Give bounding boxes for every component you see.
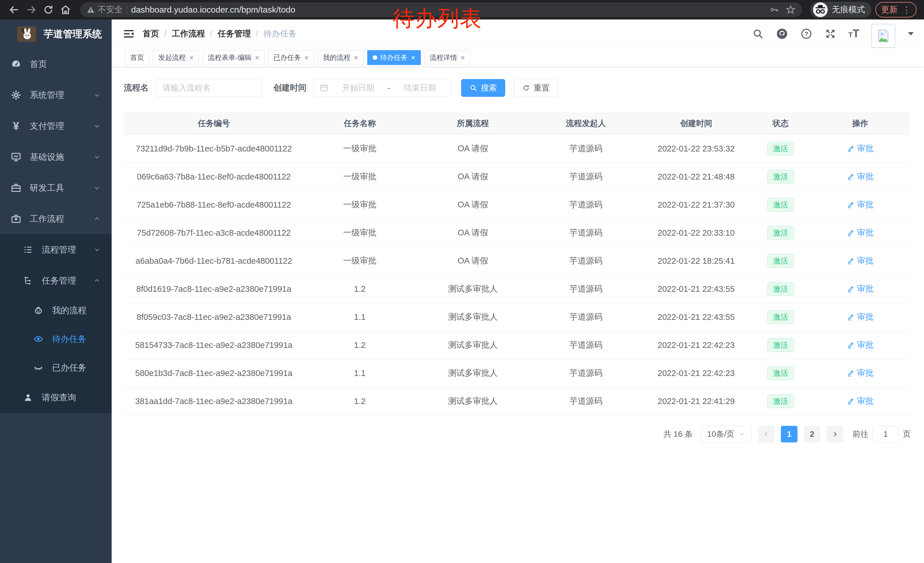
close-icon[interactable]: × — [460, 54, 465, 61]
cell-task-id: 8f0d1619-7ac8-11ec-a9e2-a2380e71991a — [124, 275, 304, 303]
approve-button[interactable]: 审批 — [847, 368, 874, 379]
process-name-field[interactable] — [155, 79, 262, 97]
approve-button[interactable]: 审批 — [847, 311, 874, 323]
process-name-label: 流程名 — [124, 82, 148, 94]
sidebar-item-workflow[interactable]: 工作流程 — [0, 203, 112, 234]
key-icon[interactable] — [770, 5, 779, 15]
page-size-select[interactable]: 10条/页 — [701, 426, 752, 443]
process-name-input[interactable] — [163, 83, 255, 93]
approve-button[interactable]: 审批 — [847, 199, 874, 210]
cell-process: OA 请假 — [416, 247, 530, 275]
help-icon[interactable]: ? — [800, 28, 812, 40]
avatar-dropdown-caret[interactable] — [908, 32, 914, 36]
col-task-name: 任务名称 — [304, 112, 416, 135]
app-logo-row[interactable]: 芋道管理系统 — [0, 20, 112, 49]
security-warning[interactable]: 不安全 — [87, 4, 123, 15]
pagination: 共 16 条 10条/页 1 2 前往 页 — [124, 426, 911, 443]
breadcrumb-task-management[interactable]: 任务管理 — [218, 28, 251, 39]
close-icon[interactable]: × — [411, 54, 416, 61]
tab-my-process[interactable]: 我的流程× — [318, 50, 364, 65]
bookmark-star-icon[interactable] — [786, 5, 796, 15]
sidebar-item-done-tasks[interactable]: 已办任务 — [0, 353, 112, 382]
update-label[interactable]: 更新 — [881, 4, 898, 15]
search-button[interactable]: 搜索 — [461, 79, 505, 97]
browser-menu-icon[interactable]: ⋮ — [902, 5, 911, 15]
browser-forward-icon[interactable] — [25, 3, 38, 17]
status-badge: 激活 — [767, 282, 794, 296]
breadcrumb-home[interactable]: 首页 — [142, 28, 159, 39]
search-icon[interactable] — [752, 28, 764, 39]
chevron-down-icon — [93, 153, 101, 161]
sidebar-item-payment-management[interactable]: ¥ 支付管理 — [0, 111, 112, 141]
tab-process-form-edit[interactable]: 流程表单-编辑× — [202, 50, 264, 65]
breadcrumb-separator: / — [210, 29, 212, 38]
approve-button[interactable]: 审批 — [847, 227, 874, 239]
close-icon[interactable]: × — [189, 54, 194, 61]
goto-page-input[interactable] — [873, 426, 899, 443]
sidebar-item-system-management[interactable]: 系统管理 — [0, 80, 112, 111]
eye-closed-icon — [33, 363, 44, 373]
sidebar-item-my-process[interactable]: 我的流程 — [0, 296, 112, 325]
sidebar-item-todo-tasks[interactable]: 待办任务 — [0, 325, 112, 353]
tab-home[interactable]: 首页 — [125, 50, 149, 65]
sidebar-item-process-management[interactable]: 流程管理 — [0, 234, 112, 265]
browser-reload-icon[interactable] — [42, 3, 55, 17]
page-button-2[interactable]: 2 — [804, 426, 820, 443]
browser-chrome: 不安全 dashboard.yudao.iocoder.cn/bpm/task/… — [0, 0, 924, 20]
sidebar-collapse-icon[interactable] — [123, 28, 135, 39]
start-date-placeholder[interactable]: 开始日期 — [333, 83, 383, 93]
approve-button[interactable]: 审批 — [847, 339, 874, 351]
avatar[interactable] — [872, 24, 896, 48]
cell-create-time: 2022-01-22 21:37:30 — [642, 191, 750, 219]
page-button-1[interactable]: 1 — [781, 426, 798, 443]
sidebar-item-dev-tools[interactable]: 研发工具 — [0, 173, 112, 203]
list-icon — [22, 245, 34, 255]
tab-done-tasks[interactable]: 已办任务× — [268, 50, 314, 65]
breadcrumb-workflow[interactable]: 工作流程 — [172, 28, 205, 39]
browser-back-icon[interactable] — [8, 3, 21, 17]
github-icon[interactable] — [776, 27, 788, 40]
cell-task-name: 一级审批 — [304, 191, 416, 219]
fullscreen-icon[interactable] — [824, 28, 836, 40]
refresh-icon — [522, 84, 530, 92]
tab-start-process[interactable]: 发起流程× — [153, 50, 199, 65]
table-row: 8f0d1619-7ac8-11ec-a9e2-a2380e71991a 1.2… — [124, 275, 910, 303]
close-icon[interactable]: × — [354, 54, 358, 61]
approve-button[interactable]: 审批 — [847, 283, 874, 295]
url-text[interactable]: dashboard.yudao.iocoder.cn/bpm/task/todo — [131, 5, 765, 15]
tab-todo-tasks[interactable]: 待办任务× — [367, 50, 421, 65]
cell-actions: 审批 — [811, 219, 910, 247]
monitor-icon — [10, 152, 22, 162]
cell-task-id: 580e1b3d-7ac8-11ec-a9e2-a2380e71991a — [124, 359, 304, 387]
pencil-icon — [847, 173, 855, 181]
sidebar-item-infrastructure[interactable]: 基础设施 — [0, 141, 112, 173]
chevron-right-icon — [831, 431, 839, 438]
date-range-picker[interactable]: 开始日期 - 结束日期 — [314, 79, 451, 97]
cell-starter: 芋道源码 — [530, 331, 642, 359]
next-page-button[interactable] — [826, 426, 843, 443]
close-icon[interactable]: × — [255, 54, 259, 61]
approve-button[interactable]: 审批 — [847, 255, 874, 267]
chevron-down-icon — [93, 184, 101, 192]
status-badge: 激活 — [767, 254, 794, 268]
end-date-placeholder[interactable]: 结束日期 — [395, 83, 445, 93]
close-icon[interactable]: × — [304, 54, 309, 61]
sidebar-item-home[interactable]: 首页 — [0, 49, 112, 80]
browser-update-button[interactable]: 更新 ⋮ — [875, 2, 916, 18]
reset-button[interactable]: 重置 — [514, 79, 558, 97]
tab-process-detail[interactable]: 流程详情× — [424, 50, 470, 65]
browser-home-icon[interactable] — [59, 3, 72, 17]
sidebar-item-leave-query[interactable]: 请假查询 — [0, 382, 112, 413]
approve-button[interactable]: 审批 — [847, 143, 874, 155]
font-size-icon[interactable]: TT — [848, 27, 859, 40]
approve-button[interactable]: 审批 — [847, 395, 874, 407]
col-process: 所属流程 — [416, 112, 530, 135]
tags-view-bar: 首页 发起流程× 流程表单-编辑× 已办任务× 我的流程× 待办任务× 流程详情… — [112, 48, 924, 67]
user-icon — [22, 392, 34, 402]
sidebar-item-task-management[interactable]: 任务管理 — [0, 265, 112, 296]
approve-button[interactable]: 审批 — [847, 171, 874, 182]
cell-task-id: 069c6a63-7b8a-11ec-8ef0-acde48001122 — [124, 163, 304, 191]
url-bar[interactable]: 不安全 dashboard.yudao.iocoder.cn/bpm/task/… — [80, 2, 802, 17]
prev-page-button[interactable] — [758, 426, 775, 443]
eye-icon — [33, 334, 44, 344]
